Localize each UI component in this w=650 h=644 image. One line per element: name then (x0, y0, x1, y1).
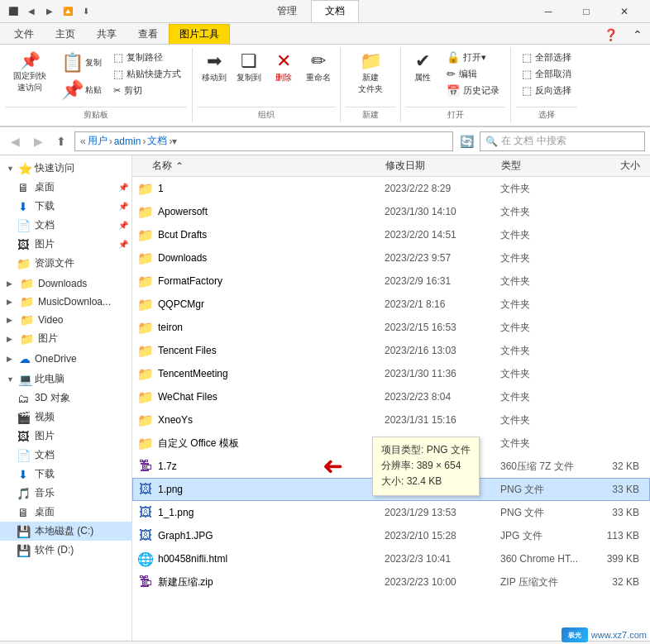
paste-shortcut-button[interactable]: ⬚ 粘贴快捷方式 (108, 66, 187, 82)
up-button[interactable]: ⬆ (51, 131, 71, 151)
col-type[interactable]: 类型 (501, 159, 584, 173)
sidebar-item-music-pc[interactable]: 🎵 音乐 (0, 484, 131, 503)
file-row[interactable]: 📁 Apowersoft 2023/1/30 14:10 文件夹 (132, 200, 650, 223)
ribbon-group-new: 📁 新建文件夹 新建 (341, 48, 401, 122)
sidebar-item-pictures-folder[interactable]: ▶ 📁 图片 (0, 329, 131, 348)
invert-select-button[interactable]: ⬚ 反向选择 (516, 83, 577, 98)
sidebar-item-resources[interactable]: 📁 资源文件 (0, 254, 131, 273)
file-row[interactable]: 📁 FormatFactory 2023/2/9 16:31 文件夹 (132, 270, 650, 293)
close-button[interactable]: ✕ (605, 0, 643, 23)
file-row[interactable]: 📁 QQPCMgr 2023/2/1 8:16 文件夹 (132, 293, 650, 316)
quick-access-header[interactable]: ▼ ⭐ 快速访问 (0, 159, 131, 178)
sidebar-item-musicdownload[interactable]: ▶ 📁 MusicDownloa... (0, 293, 131, 311)
pictures-pc-icon: 🖼 (17, 430, 30, 443)
search-box[interactable]: 🔍 在 文档 中搜索 (480, 131, 645, 151)
sidebar-item-video[interactable]: ▶ 📁 Video (0, 311, 131, 329)
onedrive-label: OneDrive (35, 353, 77, 365)
tab-manage[interactable]: 管理 (263, 0, 311, 22)
paste-button[interactable]: 📌 粘贴 (56, 77, 106, 103)
file-date: 2023/2/10 15:28 (385, 530, 500, 541)
rename-button[interactable]: ✏ 重命名 (302, 50, 335, 86)
select-none-button[interactable]: ⬚ 全部取消 (516, 66, 577, 82)
forward-button[interactable]: ▶ (28, 131, 48, 151)
delete-button[interactable]: ✕ 删除 (267, 50, 300, 86)
select-all-button[interactable]: ⬚ 全部选择 (516, 50, 577, 65)
file-row[interactable]: 📁 TencentMeeting 2023/1/30 11:36 文件夹 (132, 362, 650, 385)
open-button[interactable]: 🔓 打开▾ (441, 50, 505, 65)
file-row[interactable]: 📁 teiron 2023/2/15 16:53 文件夹 (132, 316, 650, 339)
ribbon-collapse-btn[interactable]: ⌃ (625, 24, 650, 44)
sidebar-item-downloads-quick[interactable]: ⬇ 下载 📌 (0, 197, 131, 216)
sidebar-item-pictures-quick[interactable]: 🖼 图片 📌 (0, 235, 131, 254)
sidebar-item-drive-c[interactable]: 💾 本地磁盘 (C:) (0, 522, 131, 541)
forward-icon[interactable]: ▶ (43, 5, 56, 18)
file-type: 文件夹 (500, 251, 583, 265)
back-icon[interactable]: ◀ (25, 5, 38, 18)
move-to-button[interactable]: ➡ 移动到 (198, 50, 231, 86)
new-folder-button[interactable]: 📁 新建文件夹 (346, 50, 395, 98)
col-date[interactable]: 修改日期 (385, 159, 501, 173)
sidebar-item-desktop-pc[interactable]: 🖥 桌面 (0, 503, 131, 522)
ribbon-tab-share[interactable]: 共享 (86, 24, 127, 44)
sidebar-item-video-pc[interactable]: 🎬 视频 (0, 408, 131, 427)
sidebar-item-drive-d[interactable]: 💾 软件 (D:) (0, 541, 131, 560)
file-row[interactable]: 📁 1 2023/2/22 8:29 文件夹 (132, 177, 650, 200)
file-row[interactable]: 📁 Bcut Drafts 2023/2/20 14:51 文件夹 (132, 223, 650, 246)
path-part-2[interactable]: 用户 (86, 134, 109, 148)
tab-document[interactable]: 文档 (311, 0, 359, 22)
up-icon[interactable]: 🔼 (61, 5, 74, 18)
file-row[interactable]: 🗜 新建压缩.zip 2023/2/23 10:00 ZIP 压缩文件 32 K… (132, 570, 650, 594)
sidebar-item-desktop[interactable]: 🖥 桌面 📌 (0, 178, 131, 197)
sidebar-item-3d[interactable]: 🗂 3D 对象 (0, 389, 131, 408)
maximize-button[interactable]: □ (567, 0, 605, 23)
file-row[interactable]: 🖼 Graph1.JPG 2023/2/10 15:28 JPG 文件 113 … (132, 524, 650, 547)
ribbon-tab-file[interactable]: 文件 (3, 24, 45, 44)
edit-button[interactable]: ✏ 编辑 (441, 66, 505, 82)
sidebar-drive-c-label: 本地磁盘 (C:) (35, 524, 93, 538)
file-date: 2023/1/30 14:10 (385, 206, 500, 217)
sidebar-item-documents-pc[interactable]: 📄 文档 (0, 446, 131, 465)
paste-shortcut-label: 粘贴快捷方式 (127, 68, 181, 80)
copy-path-label: 复制路径 (127, 51, 163, 64)
copy-button[interactable]: 📋 复制 (56, 50, 106, 76)
select-label: 选择 (516, 107, 577, 122)
refresh-button[interactable]: 🔄 (456, 131, 476, 151)
ribbon-tab-home[interactable]: 主页 (45, 24, 86, 44)
minimize-button[interactable]: ─ (529, 0, 567, 23)
address-path[interactable]: « 用户 › admin › 文档 › ▾ (74, 131, 453, 151)
pin-to-quick-access-button[interactable]: 📌 固定到快速访问 (5, 50, 55, 96)
file-row[interactable]: 📁 Downloads 2023/2/23 9:57 文件夹 (132, 246, 650, 270)
ribbon-help-btn[interactable]: ❓ (596, 24, 625, 44)
sidebar-item-downloads-pc[interactable]: ⬇ 下载 (0, 465, 131, 484)
file-icon: 🖼 (136, 480, 155, 499)
ribbon-tab-view[interactable]: 查看 (127, 24, 169, 44)
history-button[interactable]: 📅 历史记录 (441, 83, 505, 98)
col-size[interactable]: 大小 (584, 159, 650, 173)
file-icon: 🌐 (136, 550, 155, 568)
cut-button[interactable]: ✂ 剪切 (108, 83, 187, 98)
col-name[interactable]: 名称 ⌃ (132, 159, 385, 173)
path-dropdown[interactable]: ▾ (172, 136, 177, 147)
copy-to-button[interactable]: ❏ 复制到 (232, 50, 265, 86)
path-part-4[interactable]: 文档 (146, 134, 169, 148)
sidebar-item-downloads-folder[interactable]: ▶ 📁 Downloads (0, 274, 131, 293)
file-row[interactable]: 📁 WeChat Files 2023/2/23 8:04 文件夹 (132, 385, 650, 408)
sidebar-item-documents-quick[interactable]: 📄 文档 📌 (0, 216, 131, 235)
file-row[interactable]: 🌐 h00458nifli.html 2023/2/3 10:41 360 Ch… (132, 547, 650, 570)
sidebar-musicdownload-label: MusicDownloa... (38, 296, 111, 308)
file-row[interactable]: 🖼 1_1.png 2023/1/29 13:53 PNG 文件 33 KB (132, 501, 650, 524)
back-button[interactable]: ◀ (5, 131, 25, 151)
file-row[interactable]: 📁 XneoYs 2023/1/31 15:16 文件夹 (132, 408, 650, 432)
dropdown-icon[interactable]: ⬇ (79, 5, 93, 18)
file-type: 文件夹 (500, 274, 583, 289)
pictures-folder-chevron: ▶ (7, 335, 15, 343)
sidebar-item-pictures-pc[interactable]: 🖼 图片 (0, 427, 131, 446)
path-part-3[interactable]: admin (112, 136, 143, 147)
ribbon-content: 📌 固定到快速访问 📋 复制 📌 粘贴 ⬚ 复制 (0, 45, 650, 126)
copy-path-button[interactable]: ⬚ 复制路径 (108, 50, 187, 65)
file-row[interactable]: 📁 Tencent Files 2023/2/16 13:03 文件夹 (132, 339, 650, 362)
ribbon-tab-pictools[interactable]: 图片工具 (169, 24, 230, 44)
thispc-header[interactable]: ▼ 💻 此电脑 (0, 370, 131, 389)
onedrive-header[interactable]: ▶ ☁ OneDrive (0, 350, 131, 368)
properties-button[interactable]: ✔ 属性 (406, 50, 439, 86)
